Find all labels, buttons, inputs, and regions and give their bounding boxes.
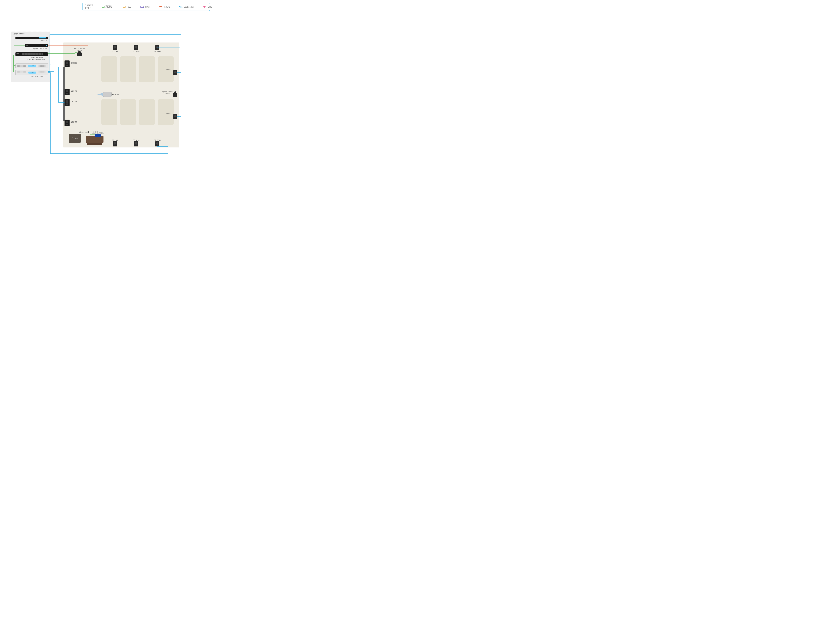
legend-label: Mic/Line	[164, 6, 170, 8]
device-amp-2: Q·SYS	[16, 70, 48, 75]
device-dcio	[16, 36, 48, 39]
brand-text: QSC	[26, 45, 28, 46]
speaker-sr8200	[113, 45, 117, 51]
amp-display: Q·SYS	[28, 71, 36, 74]
speaker-sr8200	[134, 45, 138, 51]
vent-dots	[38, 65, 46, 66]
speaker-label: SR 5152	[71, 121, 77, 123]
svg-rect-3	[125, 6, 126, 7]
legend-label: Standard Ethernet	[106, 5, 115, 9]
device-label-dcio: DCIO-H	[33, 39, 47, 41]
projector	[103, 92, 112, 97]
svg-rect-5	[141, 7, 143, 7]
waveform-icon	[179, 6, 183, 8]
switch-ports	[22, 53, 43, 55]
legend-item-usb: USB	[123, 6, 137, 8]
legend-line	[150, 7, 155, 7]
device-label-switch: Q-SYS NS Series or standard network swit…	[25, 57, 48, 60]
seating-table	[158, 99, 174, 125]
speaker-label: SR 8200	[154, 139, 161, 141]
speaker-sr8200	[155, 141, 159, 147]
speaker-sr8200	[155, 45, 159, 51]
presenter-desk	[86, 136, 104, 143]
tsc-label: Q-SYS touch sceen controller	[92, 131, 104, 135]
speaker-label: SB 7118	[71, 101, 77, 103]
speaker-label: SR 8200	[154, 51, 161, 53]
av-system-diagram: CABLE TYPE Standard Ethernet USB HDMI Mi…	[0, 0, 215, 162]
ethernet-plug-icon	[102, 6, 104, 8]
legend-title: CABLE TYPE	[85, 4, 93, 9]
device-core8flex: QSC	[25, 44, 48, 47]
speaker-label: SR 5152	[71, 62, 77, 64]
speaker-label: SR 5152	[71, 90, 77, 92]
legend-item-hdmi: HDMI	[140, 6, 155, 8]
seating-table	[120, 56, 136, 82]
speaker-label: SR 8200	[112, 51, 118, 53]
legend-label: GPIO	[208, 6, 212, 8]
podium: Podium	[69, 134, 81, 143]
legend-item-gpio: GPIO	[203, 6, 217, 8]
amp-display: Q·SYS	[28, 65, 36, 67]
camera-label: Q-SYS PTZ-IP camera	[73, 47, 86, 51]
device-led	[46, 45, 47, 46]
svg-rect-2	[123, 6, 125, 8]
rack-title: Equipment rack	[13, 33, 24, 35]
camera-label: Q-SYS PTZ-IP camera	[162, 91, 173, 95]
device-label-amp: Q-SYS CX-Q 2K4	[27, 75, 47, 77]
arrows-icon	[203, 6, 207, 8]
speaker-label: SR 8200	[133, 51, 139, 53]
speaker-sr8200	[174, 70, 177, 75]
usb-plug-icon	[123, 6, 127, 8]
legend-item-ethernet: Standard Ethernet	[102, 5, 119, 9]
device-network-switch: QSC	[16, 52, 48, 56]
speaker-sr5152	[65, 89, 69, 95]
speaker-label: SR 8200	[166, 68, 172, 70]
seating-table	[120, 99, 136, 125]
legend-line	[171, 7, 175, 7]
legend-label: Loudspeaker	[184, 6, 194, 8]
legend-label: HDMI	[145, 6, 150, 8]
legend-item-loudspeaker: Loudspeaker	[179, 6, 199, 8]
vent-dots	[17, 65, 26, 66]
speaker-label: SR 8200	[166, 112, 172, 114]
microphone-icon	[88, 133, 88, 136]
waveform-icon	[159, 6, 163, 8]
brand-text: QSC	[16, 53, 19, 54]
seating-table	[139, 99, 155, 125]
device-display	[39, 37, 46, 38]
legend-label: USB	[128, 6, 131, 8]
legend-item-micline: Mic/Line	[159, 6, 175, 8]
speaker-label: SR 8200	[112, 139, 118, 141]
ptz-camera-front	[77, 52, 82, 56]
speaker-sb7118	[65, 99, 69, 106]
legend-line	[116, 7, 119, 7]
legend-line	[213, 7, 217, 7]
vent-dots	[38, 71, 46, 73]
speaker-sr8200	[113, 141, 117, 147]
speaker-sr8200	[134, 141, 138, 147]
legend-line	[195, 7, 199, 7]
projector-label: Projector	[112, 93, 119, 95]
speaker-sr5152	[65, 60, 69, 67]
speaker-sr5152	[65, 120, 69, 126]
svg-rect-0	[102, 6, 104, 8]
seating-table	[101, 56, 117, 82]
speaker-sr8200	[174, 114, 177, 119]
device-label-core: Q-SYS Core 8 Flex	[32, 48, 47, 49]
microphone-label: Microphone	[79, 131, 88, 133]
ptz-camera-rear	[173, 93, 177, 97]
seating-table	[139, 56, 155, 82]
hdmi-plug-icon	[140, 6, 144, 8]
cable-type-legend: CABLE TYPE Standard Ethernet USB HDMI Mi…	[82, 3, 210, 11]
podium-label: Podium	[72, 137, 77, 139]
speaker-label: SR 8200	[133, 139, 139, 141]
legend-line	[132, 7, 137, 7]
seating-table	[101, 99, 117, 125]
vent-dots	[17, 71, 26, 73]
device-amp-1: Q·SYS	[16, 63, 48, 68]
